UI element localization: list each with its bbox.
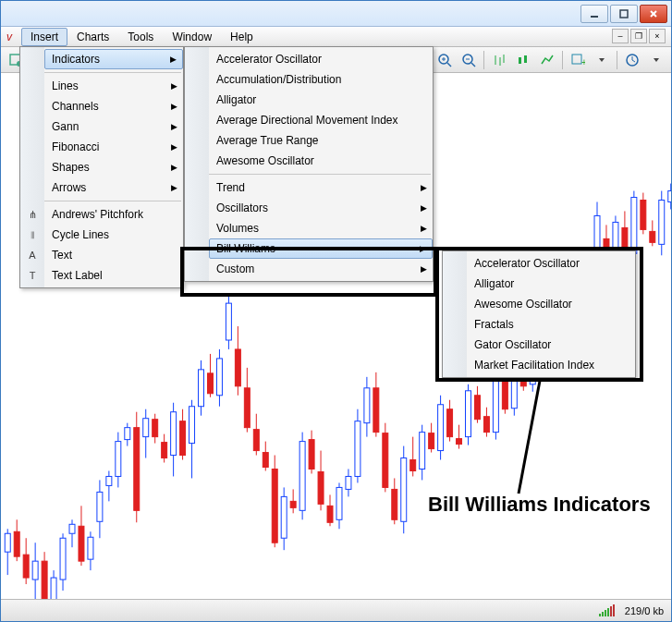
menu-partial[interactable]: v bbox=[1, 28, 21, 46]
menu-help[interactable]: Help bbox=[221, 28, 263, 46]
svg-line-23 bbox=[632, 60, 635, 62]
menu-item-bill-williams[interactable]: Bill Williams▶ bbox=[209, 238, 433, 259]
menu-item-bw-alligator[interactable]: Alligator bbox=[467, 274, 635, 294]
menu-item-gann[interactable]: Gann▶ bbox=[44, 116, 183, 137]
svg-rect-173 bbox=[602, 612, 604, 616]
menu-item-fibonacci[interactable]: Fibonacci▶ bbox=[44, 137, 183, 157]
svg-rect-64 bbox=[180, 421, 186, 456]
menu-charts[interactable]: Charts bbox=[67, 28, 118, 46]
svg-rect-114 bbox=[410, 460, 416, 471]
menu-item-bw-accelerator[interactable]: Accelerator Oscillator bbox=[467, 253, 635, 274]
menu-item-shapes[interactable]: Shapes▶ bbox=[44, 157, 183, 177]
svg-rect-94 bbox=[318, 471, 324, 504]
svg-rect-112 bbox=[401, 458, 407, 522]
svg-line-11 bbox=[471, 63, 475, 67]
menu-item-bw-gator[interactable]: Gator Oscillator bbox=[467, 335, 635, 355]
svg-rect-1 bbox=[620, 10, 628, 18]
svg-rect-172 bbox=[599, 614, 601, 616]
child-minimize-button[interactable]: – bbox=[612, 29, 629, 43]
svg-rect-118 bbox=[429, 433, 434, 449]
menu-item-bw-awesome[interactable]: Awesome Oscillator bbox=[467, 294, 635, 314]
svg-rect-18 bbox=[572, 55, 581, 64]
menu-item-andrews-pitchfork[interactable]: ⋔Andrews' Pitchfork bbox=[44, 204, 183, 225]
svg-rect-16 bbox=[519, 57, 521, 64]
svg-rect-175 bbox=[607, 608, 609, 616]
title-bar bbox=[1, 1, 671, 27]
indicators-dropdown: Accelerator Oscillator Accumulation/Dist… bbox=[184, 46, 434, 282]
svg-rect-72 bbox=[216, 359, 222, 396]
menu-item-bw-fractals[interactable]: Fractals bbox=[467, 314, 635, 335]
menu-item-custom[interactable]: Custom▶ bbox=[209, 259, 433, 279]
menu-item-trend[interactable]: Trend▶ bbox=[209, 177, 433, 198]
menu-item-indicators[interactable]: Indicators▶ bbox=[44, 49, 183, 69]
svg-rect-74 bbox=[226, 303, 231, 340]
svg-rect-92 bbox=[309, 440, 314, 470]
text-icon: A bbox=[24, 250, 41, 261]
svg-rect-116 bbox=[420, 433, 425, 470]
menu-item-text[interactable]: AText bbox=[44, 245, 183, 265]
svg-rect-52 bbox=[125, 428, 130, 440]
menu-item-cycle-lines[interactable]: ⦀Cycle Lines bbox=[44, 225, 183, 245]
menu-item-channels[interactable]: Channels▶ bbox=[44, 96, 183, 116]
svg-rect-176 bbox=[610, 606, 612, 616]
toolbar-bar-chart-icon[interactable] bbox=[488, 50, 510, 70]
toolbar-dropdown2-icon[interactable] bbox=[645, 50, 667, 70]
toolbar-indicators-icon[interactable]: + bbox=[567, 50, 589, 70]
svg-rect-108 bbox=[383, 433, 388, 488]
menu-item-volumes[interactable]: Volumes▶ bbox=[209, 218, 433, 238]
svg-rect-80 bbox=[253, 430, 259, 451]
maximize-button[interactable] bbox=[610, 5, 638, 23]
menu-item-text-label[interactable]: TText Label bbox=[44, 265, 183, 286]
minimize-button[interactable] bbox=[580, 5, 608, 23]
toolbar-line-chart-icon[interactable] bbox=[536, 50, 558, 70]
child-restore-button[interactable]: ❐ bbox=[630, 29, 647, 43]
toolbar-zoom-in-icon[interactable] bbox=[434, 50, 456, 70]
menu-item-accelerator-osc[interactable]: Accelerator Oscillator bbox=[209, 49, 433, 69]
toolbar-candle-chart-icon[interactable] bbox=[512, 50, 534, 70]
pitchfork-icon: ⋔ bbox=[24, 209, 41, 221]
menu-item-arrows[interactable]: Arrows▶ bbox=[44, 177, 183, 198]
svg-marker-24 bbox=[654, 58, 659, 62]
svg-rect-174 bbox=[605, 610, 606, 616]
menu-item-adx[interactable]: Average Directional Movement Index bbox=[209, 110, 433, 130]
status-kb: 219/0 kb bbox=[625, 605, 664, 616]
toolbar-zoom-out-icon[interactable] bbox=[458, 50, 480, 70]
svg-rect-126 bbox=[466, 391, 471, 437]
bill-williams-dropdown: Accelerator Oscillator Alligator Awesome… bbox=[442, 250, 636, 378]
app-window: v Insert Charts Tools Window Help – ❐ × … bbox=[0, 0, 672, 622]
svg-rect-32 bbox=[32, 561, 38, 579]
toolbar-dropdown-icon[interactable] bbox=[591, 50, 613, 70]
svg-rect-38 bbox=[60, 538, 66, 579]
svg-rect-62 bbox=[171, 412, 177, 456]
menu-item-accum-dist[interactable]: Accumulation/Distribution bbox=[209, 69, 433, 90]
menu-item-bw-mfi[interactable]: Market Facilitation Index bbox=[467, 355, 635, 375]
menu-insert[interactable]: Insert bbox=[21, 28, 67, 46]
svg-rect-120 bbox=[438, 405, 444, 451]
close-button[interactable] bbox=[640, 5, 667, 23]
menu-item-oscillators[interactable]: Oscillators▶ bbox=[209, 198, 433, 218]
menu-item-alligator[interactable]: Alligator bbox=[209, 90, 433, 110]
menu-item-lines[interactable]: Lines▶ bbox=[44, 76, 183, 96]
menu-window[interactable]: Window bbox=[163, 28, 221, 46]
svg-rect-60 bbox=[162, 443, 167, 458]
svg-rect-104 bbox=[364, 388, 370, 423]
svg-line-7 bbox=[447, 63, 451, 67]
svg-marker-20 bbox=[599, 58, 605, 62]
child-close-button[interactable]: × bbox=[649, 29, 666, 43]
svg-rect-168 bbox=[659, 201, 665, 245]
svg-rect-70 bbox=[207, 373, 213, 394]
svg-rect-36 bbox=[51, 578, 56, 599]
svg-rect-68 bbox=[199, 370, 204, 407]
toolbar-periodicity-icon[interactable] bbox=[621, 50, 643, 70]
svg-rect-50 bbox=[116, 442, 121, 477]
svg-rect-28 bbox=[14, 531, 19, 556]
svg-rect-34 bbox=[42, 561, 47, 599]
svg-rect-42 bbox=[79, 526, 84, 561]
svg-rect-40 bbox=[69, 524, 75, 533]
svg-rect-124 bbox=[457, 439, 462, 445]
svg-rect-88 bbox=[290, 501, 296, 507]
svg-rect-128 bbox=[474, 396, 480, 420]
menu-item-atr[interactable]: Average True Range bbox=[209, 130, 433, 151]
menu-item-awesome[interactable]: Awesome Oscillator bbox=[209, 151, 433, 171]
menu-tools[interactable]: Tools bbox=[118, 28, 163, 46]
